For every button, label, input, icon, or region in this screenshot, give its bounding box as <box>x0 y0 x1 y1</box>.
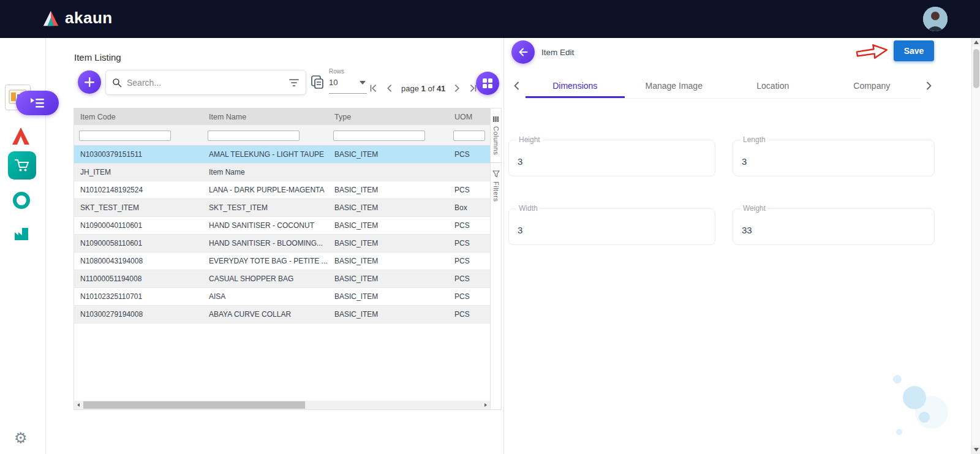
editor-tab[interactable]: Dimensions <box>526 74 625 98</box>
cell-item-name: HAND SANITISER - COCONUT <box>203 221 328 230</box>
table-row[interactable]: SKT_TEST_ITEM SKT_TEST_ITEM BASIC_ITEM B… <box>74 199 490 217</box>
table-row[interactable]: JH_ITEM Item Name <box>74 164 490 181</box>
current-page: 1 <box>421 84 426 93</box>
cell-uom: PCS <box>448 310 490 319</box>
tabs-scroll-left-button[interactable] <box>510 78 524 93</box>
table-row[interactable]: N10102148192524 LANA - DARK PURPLE-MAGEN… <box>74 181 490 199</box>
table-row[interactable]: N11000051194008 CASUAL SHOPPER BAG BASIC… <box>74 270 490 288</box>
table-row[interactable]: N10800043194008 EVERYDAY TOTE BAG - PETI… <box>74 252 490 270</box>
gear-icon[interactable]: ⚙ <box>14 431 28 445</box>
columns-toggle-label: Columns <box>492 126 500 155</box>
cell-type: BASIC_ITEM <box>328 292 448 301</box>
column-header-type: Type <box>328 113 448 121</box>
copy-icon <box>309 74 325 90</box>
arrow-left-icon <box>516 45 530 59</box>
page-scrollbar-thumb[interactable] <box>973 49 979 88</box>
weight-field: Weight <box>733 208 935 245</box>
horizontal-scrollbar[interactable] <box>74 401 490 409</box>
brand-logo: akaun <box>42 9 113 28</box>
user-avatar[interactable] <box>923 7 948 31</box>
table-row[interactable]: N10102325110701 AISA BASIC_ITEM PCS <box>74 288 490 306</box>
cell-uom: PCS <box>448 257 490 265</box>
cell-item-code: N10900058110601 <box>74 239 203 248</box>
decorative-bubble <box>896 429 902 435</box>
width-input[interactable] <box>509 209 715 244</box>
add-item-button[interactable] <box>78 70 101 94</box>
editor-tab[interactable]: Company <box>823 74 922 98</box>
of-word: of <box>428 84 434 93</box>
cell-type: BASIC_ITEM <box>328 274 448 283</box>
triangle-down-icon <box>974 448 979 452</box>
copy-settings-button[interactable] <box>309 74 326 91</box>
triangle-left-icon <box>76 403 81 407</box>
triangle-up-icon <box>974 40 979 44</box>
table-row[interactable]: N10300279194008 ABAYA CURVE COLLAR BASIC… <box>74 306 490 323</box>
filters-toggle-label: Filters <box>492 181 500 202</box>
column-header-item-name: Item Name <box>203 113 328 121</box>
app-sidebar: ⚙ profi <box>0 38 46 454</box>
column-header-uom: UOM <box>448 113 490 121</box>
cell-type: BASIC_ITEM <box>328 239 448 248</box>
length-input[interactable] <box>733 140 934 176</box>
editor-tab[interactable]: Manage Image <box>625 74 724 98</box>
editor-tab[interactable]: Location <box>723 74 823 98</box>
filter-input-item-name[interactable] <box>208 131 300 141</box>
editor-title: Item Edit <box>541 48 574 57</box>
rows-per-page-select[interactable]: Rows 10 <box>329 68 367 94</box>
sidebar-item-akaun-red-app[interactable] <box>11 126 31 146</box>
prev-page-button[interactable] <box>383 81 396 95</box>
cell-type: BASIC_ITEM <box>328 203 448 212</box>
cell-item-code: N10102325110701 <box>74 292 203 301</box>
apps-grid-button[interactable] <box>476 72 499 95</box>
table-header-row: Item Code Item Name Type UOM <box>74 108 490 125</box>
triangle-right-icon <box>483 403 488 407</box>
cell-uom: Box <box>448 203 490 212</box>
columns-icon <box>492 116 499 123</box>
table-row[interactable]: N10300379151511 AMAL TELEKUNG - LIGHT TA… <box>74 146 490 164</box>
cell-item-code: SKT_TEST_ITEM <box>74 203 203 212</box>
sidebar-collapse-button[interactable] <box>16 91 59 115</box>
page-scrollbar[interactable] <box>971 38 980 454</box>
cell-item-name: LANA - DARK PURPLE-MAGENTA <box>203 186 328 194</box>
filters-panel-toggle[interactable]: Filters <box>491 163 501 209</box>
filter-list-icon <box>288 78 300 87</box>
chevron-right-icon <box>451 83 462 94</box>
filter-input-type[interactable] <box>333 131 425 141</box>
cell-type: BASIC_ITEM <box>328 257 448 265</box>
table-row[interactable]: N10900040110601 HAND SANITISER - COCONUT… <box>74 217 490 235</box>
search-filter-button[interactable] <box>288 78 300 87</box>
cart-icon <box>14 157 30 173</box>
next-page-button[interactable] <box>450 81 464 95</box>
horizontal-scrollbar-thumb[interactable] <box>83 401 305 409</box>
save-button[interactable]: Save <box>894 40 934 61</box>
cell-item-code: N10900040110601 <box>74 221 203 230</box>
search-icon <box>112 78 122 88</box>
weight-input[interactable] <box>733 209 934 244</box>
cell-item-name: HAND SANITISER - BLOOMING... <box>203 239 328 248</box>
search-input[interactable] <box>127 78 284 88</box>
app-root: akaun <box>0 0 980 454</box>
scroll-left-arrow[interactable] <box>74 401 83 409</box>
sidebar-item-ring-app[interactable] <box>13 192 30 209</box>
editor-tabbar: Dimensions Manage Image Location Company <box>526 74 921 99</box>
table-body: N10300379151511 AMAL TELEKUNG - LIGHT TA… <box>74 146 490 323</box>
scroll-right-arrow[interactable] <box>481 401 490 409</box>
width-field: Width <box>508 208 715 245</box>
filter-input-item-code[interactable] <box>79 131 171 141</box>
decorative-bubble <box>893 375 902 384</box>
height-input[interactable] <box>509 140 715 176</box>
back-button[interactable] <box>511 40 535 64</box>
filter-input-uom[interactable] <box>453 131 485 141</box>
scroll-down-arrow[interactable] <box>972 445 980 454</box>
cell-type: BASIC_ITEM <box>328 186 448 194</box>
width-label: Width <box>516 204 540 213</box>
sidebar-item-pos-cart[interactable] <box>8 151 36 180</box>
table-side-strip: Columns Filters <box>491 108 502 410</box>
columns-panel-toggle[interactable]: Columns <box>491 108 501 162</box>
scroll-up-arrow[interactable] <box>972 38 980 47</box>
table-row[interactable]: N10900058110601 HAND SANITISER - BLOOMIN… <box>74 235 490 252</box>
tabs-scroll-right-button[interactable] <box>921 78 936 93</box>
factory-icon <box>13 225 30 242</box>
sidebar-item-factory-app[interactable] <box>13 225 30 242</box>
first-page-button[interactable] <box>367 81 380 95</box>
